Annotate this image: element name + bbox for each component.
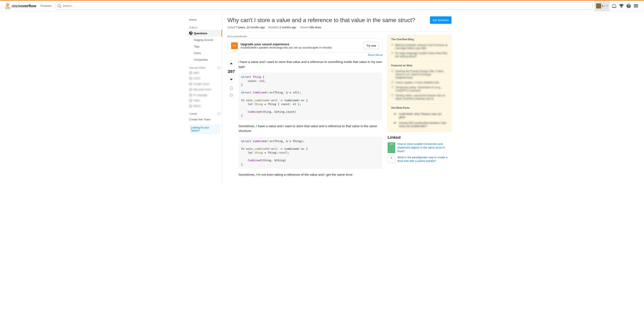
ad-label: Ad by AudioBubble bbox=[228, 35, 382, 38]
meta-item[interactable]: Temporary policy: Generative AI (e.g., C… bbox=[391, 85, 448, 93]
avatar bbox=[596, 3, 601, 8]
try-now-button[interactable]: Try now bbox=[364, 42, 379, 49]
topbar: stackoverflow Products 1 2 bbox=[0, 1, 644, 11]
inbox-icon[interactable] bbox=[612, 4, 616, 8]
search-wrap bbox=[56, 2, 592, 9]
linked-link[interactable]: How to store rusqlite Connection and Sta… bbox=[398, 142, 452, 153]
hot-item[interactable]: 39 Among 250 consecutive answers, how ma… bbox=[391, 120, 448, 129]
search-icon bbox=[57, 4, 61, 8]
ad-icon bbox=[231, 42, 238, 49]
linked-score: 9 bbox=[388, 156, 395, 163]
left-sidebar: Home PUBLIC Questions Staging Ground Tag… bbox=[188, 11, 222, 186]
bookmark-icon[interactable] bbox=[229, 86, 233, 90]
collective-item[interactable]: Twilio bbox=[188, 98, 222, 103]
info-icon[interactable]: i bbox=[218, 66, 220, 69]
bulletin-box: The Overflow Blog Making computer scienc… bbox=[388, 35, 452, 132]
linked-link[interactable]: What is the paradigmatic way to create a… bbox=[398, 156, 452, 163]
hot-item[interactable]: 19 Audit failed: why? Reason was not giv… bbox=[391, 111, 448, 120]
looking-for-teams[interactable]: Looking for your Teams? bbox=[189, 124, 220, 134]
nav-section-collectives: COLLECTIVES i bbox=[188, 63, 222, 70]
menu-icon[interactable] bbox=[634, 4, 638, 8]
collective-item[interactable]: AWS bbox=[188, 70, 222, 76]
question-meta: Asked 7 years, 10 months ago Modified 2 … bbox=[228, 26, 452, 32]
down-arrow-icon bbox=[230, 78, 233, 81]
blog-item[interactable]: Do large language models know what they … bbox=[391, 51, 448, 59]
vote-score: 397 bbox=[228, 69, 235, 74]
blog-item[interactable]: Making computer science more humane at C… bbox=[391, 42, 448, 51]
ad-box: Upgrade your sound experience AudioBubbl… bbox=[228, 38, 382, 53]
search-input[interactable] bbox=[56, 2, 592, 9]
ad-subtitle: AudioBubble's speaker technology lets yo… bbox=[240, 46, 361, 49]
meta-item[interactable]: Colors update: A more detailed look bbox=[391, 80, 448, 85]
question-title: Why can't I store a value and a referenc… bbox=[228, 16, 415, 24]
bronze-badge-icon bbox=[604, 5, 606, 6]
products-link[interactable]: Products bbox=[38, 4, 54, 7]
right-sidebar: The Overflow Blog Making computer scienc… bbox=[388, 35, 452, 180]
create-team-link[interactable]: Create free Team bbox=[188, 116, 222, 123]
user-chip[interactable]: 1 2 bbox=[594, 1, 610, 11]
linked-heading: Linked bbox=[388, 135, 452, 140]
meta-title: Featured on Meta bbox=[391, 64, 448, 67]
nav-section-public: PUBLIC bbox=[188, 23, 222, 30]
paragraph: I have a value and I want to store that … bbox=[238, 59, 382, 69]
meta-item[interactable]: Starting the Prompt Design Site: A New H… bbox=[391, 69, 448, 80]
collective-item[interactable]: WSO2 bbox=[188, 103, 222, 109]
code-block: struct Combined<'a>(Thing, &'a Thing); f… bbox=[238, 137, 382, 169]
report-ad-link[interactable]: Report this ad bbox=[228, 54, 382, 56]
paragraph: Sometimes, I'm not even taking a referen… bbox=[238, 172, 382, 177]
history-icon[interactable] bbox=[229, 93, 233, 97]
nav-tags[interactable]: Tags bbox=[188, 43, 222, 50]
collective-item[interactable]: CI/CD bbox=[188, 76, 222, 81]
collective-item[interactable]: R Language bbox=[188, 92, 222, 98]
hot-title: Hot Meta Posts bbox=[391, 106, 448, 109]
upvote-button[interactable] bbox=[228, 59, 235, 67]
nav-companies[interactable]: Companies bbox=[188, 56, 222, 63]
meta-item[interactable]: Testing native, sponsored banner ads on … bbox=[391, 93, 448, 101]
nav-questions[interactable]: Questions bbox=[188, 30, 222, 36]
logo-text: stackoverflow bbox=[12, 3, 36, 8]
blog-title: The Overflow Blog bbox=[391, 38, 448, 41]
up-arrow-icon bbox=[230, 62, 233, 65]
main-content: Why can't I store a value and a referenc… bbox=[222, 11, 456, 186]
linked-item: 9 What is the paradigmatic way to create… bbox=[388, 156, 452, 163]
post-body: I have a value and I want to store that … bbox=[238, 59, 382, 180]
linked-item: 10 How to store rusqlite Connection and … bbox=[388, 142, 452, 153]
stackoverflow-icon bbox=[5, 3, 11, 9]
globe-icon bbox=[189, 31, 192, 35]
ad-title: Upgrade your sound experience bbox=[240, 42, 361, 46]
collective-item[interactable]: Google Cloud bbox=[188, 81, 222, 87]
vote-cell: 397 bbox=[228, 59, 235, 180]
nav-staging-ground[interactable]: Staging Ground bbox=[188, 36, 222, 43]
help-icon[interactable] bbox=[626, 4, 631, 8]
bronze-count: 2 bbox=[606, 4, 608, 7]
collective-item[interactable]: Microsoft Azure bbox=[188, 87, 222, 92]
trophy-icon[interactable] bbox=[619, 4, 624, 8]
nav-home[interactable]: Home bbox=[188, 16, 222, 23]
paragraph: Sometimes, I have a value and I want to … bbox=[238, 124, 382, 133]
reputation: 1 bbox=[602, 4, 604, 7]
nav-users[interactable]: Users bbox=[188, 50, 222, 56]
logo[interactable]: stackoverflow bbox=[4, 3, 38, 9]
linked-score: 10 bbox=[388, 142, 395, 153]
downvote-button[interactable] bbox=[228, 76, 235, 83]
ask-question-button[interactable]: Ask Question bbox=[430, 16, 452, 24]
info-icon[interactable]: i bbox=[218, 112, 220, 115]
code-block: struct Thing { count: u32, } struct Comb… bbox=[238, 72, 382, 120]
nav-section-teams: TEAMS i bbox=[188, 109, 222, 116]
